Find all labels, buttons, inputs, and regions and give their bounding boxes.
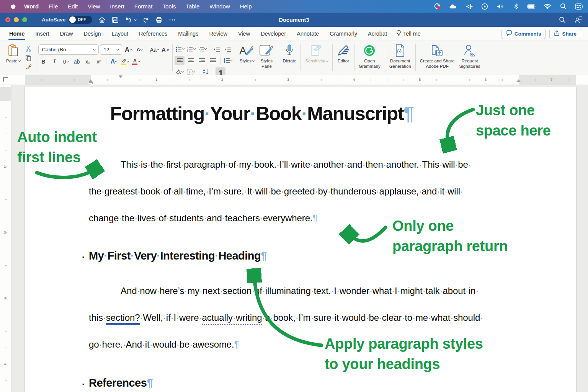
dictate-button[interactable]: Dictate <box>280 43 299 65</box>
undo-icon[interactable] <box>125 16 136 23</box>
menu-word[interactable]: Word <box>19 3 44 10</box>
tell-me[interactable]: Tell me <box>396 30 421 38</box>
menu-window[interactable]: Window <box>204 3 235 10</box>
text-effects-button[interactable]: A <box>109 57 119 66</box>
more-commands-icon[interactable] <box>169 19 176 21</box>
wifi-icon[interactable] <box>543 3 552 9</box>
menu-file[interactable]: File <box>44 3 63 10</box>
minimize-window-button[interactable] <box>14 17 19 22</box>
undo-dropdown-chevron[interactable] <box>134 18 137 21</box>
volume-icon[interactable] <box>496 3 505 10</box>
horizontal-ruler[interactable]: 1 2 3 4 5 6 7 <box>0 75 588 85</box>
tab-selector-icon[interactable] <box>3 77 8 82</box>
close-window-button[interactable] <box>5 17 10 22</box>
document-heading-title[interactable]: Formatting·Your·Book·Manuscript¶ <box>25 103 499 125</box>
copy-button[interactable] <box>23 53 33 62</box>
document-generation-button[interactable]: {-} DocumentGeneration <box>387 43 413 70</box>
save-icon[interactable] <box>112 16 119 23</box>
paste-button[interactable]: Paste <box>4 43 23 73</box>
bold-button[interactable]: B <box>38 57 48 66</box>
vertical-ruler[interactable]: 1 2 3 4 <box>0 85 11 392</box>
superscript-button[interactable]: x² <box>94 57 104 66</box>
cut-button[interactable] <box>23 44 33 53</box>
cloud-icon[interactable] <box>449 3 458 10</box>
bullets-button[interactable] <box>175 44 185 54</box>
italic-button[interactable]: I <box>49 57 59 66</box>
multilevel-list-button[interactable]: 1ai <box>197 44 207 54</box>
redo-icon[interactable] <box>142 16 149 23</box>
sensitivity-button[interactable]: Sensitivity <box>303 43 330 65</box>
share-button[interactable]: Share <box>549 29 581 39</box>
paragraph-line[interactable]: this·section?·Well,·if·I·were·actually·w… <box>89 312 483 323</box>
styles-button[interactable]: A Styles <box>237 43 257 70</box>
align-right-button[interactable] <box>197 56 207 65</box>
editor-button[interactable]: Editor <box>335 43 352 65</box>
tab-insert[interactable]: Insert <box>30 28 54 40</box>
menu-tools[interactable]: Tools <box>157 3 181 10</box>
menu-edit[interactable]: Edit <box>63 3 83 10</box>
tab-mailings[interactable]: Mailings <box>173 28 204 40</box>
menu-table[interactable]: Table <box>181 3 204 10</box>
battery-icon[interactable] <box>527 4 536 9</box>
shrink-font-button[interactable]: A <box>134 45 144 54</box>
styles-pane-button[interactable]: StylesPane <box>257 43 276 70</box>
share-profile-icon[interactable] <box>574 16 583 23</box>
tab-grammarly[interactable]: Grammarly <box>324 28 363 40</box>
tab-layout[interactable]: Layout <box>106 28 134 40</box>
font-name-select[interactable]: Calibri (Bo... <box>38 44 99 55</box>
left-indent-marker[interactable] <box>89 82 93 84</box>
search-icon[interactable] <box>559 16 566 23</box>
paragraph-line[interactable]: This·is·the·first·paragraph·of·my·book.·… <box>121 159 471 170</box>
first-line-indent-marker[interactable] <box>119 75 122 78</box>
underline-button[interactable]: U <box>60 57 70 66</box>
format-painter-button[interactable] <box>23 62 33 72</box>
autosave-toggle[interactable]: OFF <box>69 16 92 24</box>
paragraph-line[interactable]: And·now·here’s·my·next·section·of·illumi… <box>121 286 479 296</box>
comments-button[interactable]: Comments <box>501 29 546 39</box>
font-color-button[interactable]: A <box>131 57 141 66</box>
increase-indent-button[interactable] <box>223 44 233 54</box>
play-circle-icon[interactable] <box>480 3 489 10</box>
screen-recording-icon[interactable] <box>433 3 442 10</box>
grow-font-button[interactable]: A <box>123 45 133 54</box>
references-heading[interactable]: References¶ <box>89 377 153 389</box>
decrease-indent-button[interactable] <box>212 44 222 54</box>
menu-insert[interactable]: Insert <box>105 3 129 10</box>
open-grammarly-button[interactable]: OpenGrammarly <box>356 43 383 70</box>
section-heading[interactable]: My·First·Very·Interesting·Heading¶ <box>89 250 267 262</box>
paragraph-line[interactable]: go·here.·And·it·would·be·awesome.¶ <box>89 339 239 350</box>
subscript-button[interactable]: x₂ <box>83 57 93 66</box>
highlight-color-button[interactable] <box>120 57 130 66</box>
request-signatures-button[interactable]: RequestSignatures <box>457 43 483 70</box>
clear-formatting-button[interactable]: A <box>160 45 170 54</box>
align-left-button[interactable] <box>175 56 185 65</box>
menu-view[interactable]: View <box>83 3 105 10</box>
apple-menu-icon[interactable] <box>10 3 16 10</box>
control-center-icon[interactable] <box>574 3 583 10</box>
bluetooth-icon[interactable] <box>511 3 521 10</box>
spotlight-search-icon[interactable] <box>559 3 568 10</box>
home-icon[interactable] <box>98 16 106 23</box>
tab-view[interactable]: View <box>233 28 255 40</box>
fullscreen-window-button[interactable] <box>22 17 27 22</box>
share-network-icon[interactable] <box>464 3 474 10</box>
tab-review[interactable]: Review <box>204 28 233 40</box>
tab-home[interactable]: Home <box>4 28 30 40</box>
menu-format[interactable]: Format <box>129 3 158 10</box>
paragraph-line[interactable]: the·greatest·book·of·all·time,·I’m·sure.… <box>89 186 463 197</box>
change-case-button[interactable]: Aa <box>149 45 159 54</box>
font-size-select[interactable]: 12 <box>100 44 122 55</box>
strikethrough-button[interactable]: ab <box>72 57 82 66</box>
line-spacing-button[interactable] <box>223 56 233 65</box>
right-indent-marker[interactable] <box>517 79 521 82</box>
menu-help[interactable]: Help <box>235 3 257 10</box>
numbering-button[interactable]: 123 <box>186 44 196 54</box>
tab-references[interactable]: References <box>134 28 173 40</box>
tab-developer[interactable]: Developer <box>255 28 291 40</box>
paragraph-line[interactable]: change·the·lives·of·students·and·teacher… <box>89 213 317 224</box>
print-icon[interactable] <box>155 16 163 23</box>
justify-button[interactable] <box>208 56 218 65</box>
tab-acrobat[interactable]: Acrobat <box>363 28 392 40</box>
hanging-indent-marker[interactable] <box>89 79 93 82</box>
tab-annotate[interactable]: Annotate <box>291 28 324 40</box>
